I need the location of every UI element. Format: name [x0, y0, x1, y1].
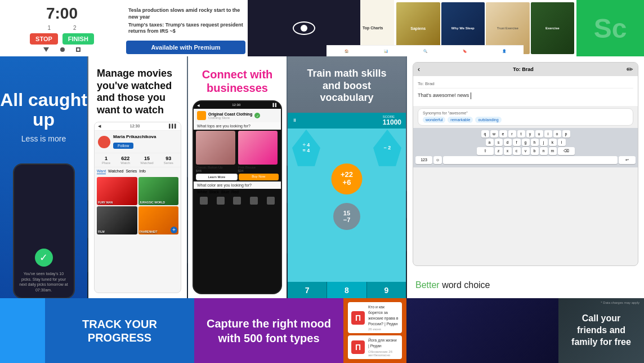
connect-question-2: What color are you looking for? — [194, 182, 281, 189]
news-card-meta-1: 26 июня — [368, 327, 399, 331]
kb-v[interactable]: v — [522, 147, 530, 155]
kb-o[interactable]: o — [553, 130, 561, 138]
kb-d[interactable]: d — [504, 139, 512, 146]
book-exercise: Exercise — [531, 2, 575, 54]
product-price-2: $34 — [238, 169, 279, 172]
top-strip: 7:00 1 2 STOP FINISH Tesla production sl… — [0, 0, 644, 56]
eye-icon — [293, 21, 315, 35]
kb-m[interactable]: m — [549, 147, 557, 155]
kb-x[interactable]: x — [504, 147, 512, 155]
kb-backspace[interactable]: ⌫ — [558, 147, 575, 155]
synonym-wonderful[interactable]: wonderful — [423, 117, 445, 123]
tab-series[interactable]: Series — [126, 169, 137, 174]
kb-w[interactable]: w — [490, 130, 498, 138]
books-header: Top Charts — [363, 26, 392, 30]
premium-banner[interactable]: Available with Premium — [126, 41, 245, 54]
tab-watched[interactable]: Watched — [108, 169, 123, 174]
connect-bottom-bar — [194, 195, 281, 206]
all-caught-title: All caught up — [0, 90, 87, 130]
kb-r[interactable]: r — [508, 130, 516, 138]
font-title: Capture the right mood with 500 font typ… — [205, 316, 332, 346]
kb-p[interactable]: p — [562, 130, 570, 138]
kb-emoji[interactable]: ☺ — [433, 156, 442, 164]
movie-jurassic: JURASSIC WORLD — [138, 177, 179, 205]
word-bottom: Better word choice — [407, 272, 644, 299]
pause-button[interactable]: ⏸ — [292, 118, 297, 123]
kb-n[interactable]: n — [540, 147, 548, 155]
kb-row-3: ⇧ z x c v b n m ⌫ — [415, 147, 636, 155]
kb-space[interactable] — [443, 156, 618, 164]
product-price-1: $46 — [196, 169, 237, 172]
kb-t[interactable]: t — [517, 130, 525, 138]
kb-y[interactable]: y — [526, 130, 534, 138]
bottom-road-section: П Кто и как борется за женские права в Р… — [343, 298, 406, 363]
kb-l[interactable]: l — [558, 139, 566, 146]
tab-want[interactable]: Want — [97, 169, 106, 174]
platform-7[interactable]: 7 — [288, 282, 327, 299]
kb-z[interactable]: z — [495, 147, 503, 155]
kb-return[interactable]: ↩ — [619, 156, 636, 164]
home-nav-icon — [60, 47, 65, 52]
bottom-dark-section — [406, 298, 558, 363]
better-label-green: Better — [415, 280, 440, 290]
platform-8[interactable]: 8 — [327, 282, 366, 299]
kb-h[interactable]: h — [531, 139, 539, 146]
kb-b[interactable]: b — [531, 147, 539, 155]
platform-9[interactable]: 9 — [367, 282, 406, 299]
follow-button[interactable]: Follow — [113, 143, 133, 149]
kb-g[interactable]: g — [522, 139, 530, 146]
all-caught-subtitle: Less is more — [21, 134, 66, 143]
timer-marks: 1 2 — [47, 25, 76, 31]
kb-k[interactable]: k — [549, 139, 557, 146]
kb-i[interactable]: i — [544, 130, 552, 138]
kb-c[interactable]: c — [513, 147, 521, 155]
product-image-1 — [196, 131, 235, 165]
movie-fury: FURY MAN — [97, 177, 137, 205]
back-icon[interactable]: ‹ — [418, 65, 420, 73]
bottom-icon-3 — [233, 197, 241, 205]
add-movie-button[interactable]: + — [171, 227, 177, 233]
stop-button[interactable]: STOP — [30, 33, 58, 45]
phone-screen-content: ✓ You've seen today's 10 picks. Stay tun… — [14, 165, 74, 298]
bottom-track-progress: TRACK YOUR PROGRESS — [45, 298, 194, 363]
synonym-remarkable[interactable]: remarkable — [448, 117, 473, 123]
kb-e[interactable]: e — [499, 130, 507, 138]
cursor — [471, 92, 471, 99]
math-drop-2: − 2 — [373, 130, 401, 166]
bottom-friends-section: * Data charges may apply Call your frien… — [558, 298, 644, 363]
kb-row-1: q w e r t y u i o p — [415, 130, 636, 138]
stat-series: 93 Series — [164, 156, 173, 165]
kb-numbers[interactable]: 123 — [415, 156, 432, 164]
kb-s[interactable]: s — [495, 139, 503, 146]
bottom-icon-4 — [250, 197, 258, 205]
math-game: ⏸ SCORE 11000 ÷ 4= 4 − 2 +22+6 15−7 — [288, 113, 406, 299]
word-message: That's awesome! news — [418, 88, 633, 103]
learn-more-button[interactable]: Learn More — [196, 174, 238, 180]
kb-f[interactable]: f — [513, 139, 521, 146]
buy-now-button[interactable]: Buy Now — [239, 174, 279, 180]
movies-grid: FURY MAN JURASSIC WORLD FILM FAHRENHEIT … — [95, 176, 181, 236]
kb-j[interactable]: j — [540, 139, 548, 146]
panel-all-caught: All caught up Less is more ✓ You've seen… — [0, 56, 87, 299]
panel-connect: Connect with businesses ◀ 12:30 ▌▌ Origi… — [188, 56, 287, 299]
kb-q[interactable]: q — [481, 130, 489, 138]
avatar — [98, 136, 110, 148]
tab-info[interactable]: Info — [139, 169, 146, 174]
kb-a[interactable]: a — [486, 139, 494, 146]
synonym-title: Synonyms for "awesome" — [423, 111, 628, 115]
product-image-2 — [238, 131, 278, 165]
store-logo — [197, 111, 206, 120]
word-keyboard: q w e r t y u i o p a s d f g h — [413, 128, 638, 167]
compose-icon[interactable]: ✏ — [627, 65, 633, 74]
kb-shift[interactable]: ⇧ — [477, 147, 494, 155]
synonym-chips: wonderful remarkable outstanding — [423, 117, 628, 123]
kb-u[interactable]: u — [535, 130, 543, 138]
synonym-outstanding[interactable]: outstanding — [475, 117, 501, 123]
math-bubble-gray: 15−7 — [333, 203, 360, 230]
product-cta: Learn More Buy Now — [194, 174, 281, 180]
stat-watched: 15 Watched — [140, 156, 153, 165]
connect-header: Connect with businesses — [188, 56, 287, 100]
finish-button[interactable]: FINISH — [62, 33, 94, 45]
movies-status-bar: ◀ 12:30 ▌▌▌ — [95, 122, 181, 131]
movies-stats: 1 Place 622 Watch 15 Watched 93 Series — [95, 153, 181, 167]
